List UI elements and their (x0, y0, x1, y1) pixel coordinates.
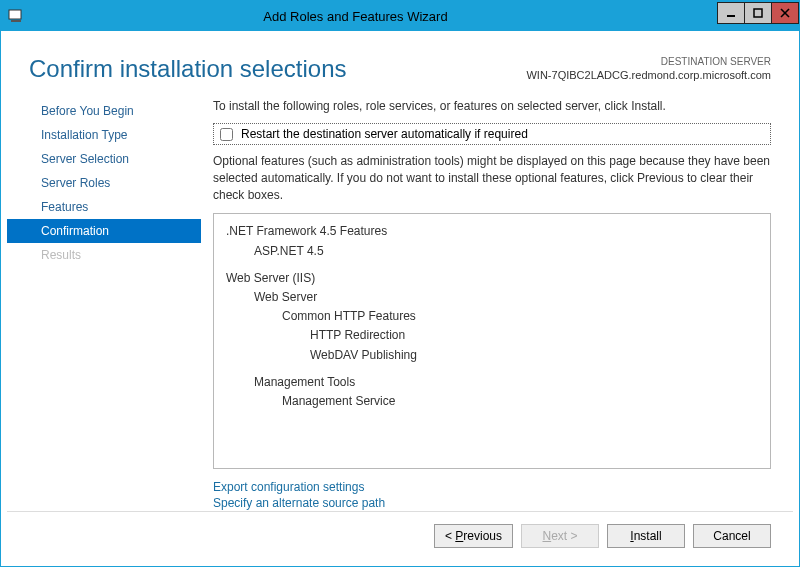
optional-text: Optional features (such as administratio… (213, 153, 771, 203)
nav-item-features[interactable]: Features (7, 195, 201, 219)
nav-item-server-roles[interactable]: Server Roles (7, 171, 201, 195)
features-list: .NET Framework 4.5 FeaturesASP.NET 4.5We… (213, 213, 771, 469)
feature-item: Management Tools (220, 373, 764, 392)
spacer (220, 365, 764, 373)
restart-checkbox[interactable] (220, 128, 233, 141)
nav-item-results: Results (7, 243, 201, 267)
links: Export configuration settings Specify an… (213, 469, 771, 511)
nav-item-before-you-begin[interactable]: Before You Begin (7, 99, 201, 123)
intro-text: To install the following roles, role ser… (213, 99, 771, 113)
alternate-source-link[interactable]: Specify an alternate source path (213, 495, 771, 511)
spacer (220, 261, 764, 269)
export-config-link[interactable]: Export configuration settings (213, 479, 771, 495)
wizard-nav: Before You BeginInstallation TypeServer … (7, 91, 201, 511)
destination-value: WIN-7QIBC2LADCG.redmond.corp.microsoft.c… (526, 68, 771, 82)
minimize-button[interactable] (717, 2, 745, 24)
body: Before You BeginInstallation TypeServer … (7, 91, 793, 511)
client-area: Confirm installation selections DESTINAT… (7, 37, 793, 560)
titlebar: Add Roles and Features Wizard (1, 1, 799, 31)
svg-rect-1 (11, 20, 21, 22)
window-title: Add Roles and Features Wizard (33, 9, 678, 24)
feature-item: .NET Framework 4.5 Features (220, 222, 764, 241)
next-button: Next > (521, 524, 599, 548)
window-controls (718, 2, 799, 24)
svg-rect-3 (754, 9, 762, 17)
nav-item-server-selection[interactable]: Server Selection (7, 147, 201, 171)
main-panel: To install the following roles, role ser… (201, 91, 793, 511)
nav-item-installation-type[interactable]: Installation Type (7, 123, 201, 147)
app-icon (7, 7, 25, 25)
previous-button[interactable]: < Previous (434, 524, 513, 548)
destination-label: DESTINATION SERVER (526, 55, 771, 68)
install-button[interactable]: Install (607, 524, 685, 548)
restart-checkbox-row[interactable]: Restart the destination server automatic… (213, 123, 771, 145)
footer: < Previous Next > Install Cancel (7, 511, 793, 560)
feature-item: Management Service (220, 392, 764, 411)
feature-item: Web Server (IIS) (220, 269, 764, 288)
cancel-button[interactable]: Cancel (693, 524, 771, 548)
feature-item: ASP.NET 4.5 (220, 242, 764, 261)
destination-server: DESTINATION SERVER WIN-7QIBC2LADCG.redmo… (526, 55, 771, 82)
page-title: Confirm installation selections (29, 55, 346, 83)
feature-item: Web Server (220, 288, 764, 307)
maximize-button[interactable] (744, 2, 772, 24)
svg-rect-0 (9, 10, 21, 19)
feature-item: HTTP Redirection (220, 326, 764, 345)
wizard-window: Add Roles and Features Wizard Confirm in… (0, 0, 800, 567)
close-button[interactable] (771, 2, 799, 24)
restart-label: Restart the destination server automatic… (241, 127, 528, 141)
nav-item-confirmation[interactable]: Confirmation (7, 219, 201, 243)
page-header: Confirm installation selections DESTINAT… (7, 37, 793, 91)
feature-item: Common HTTP Features (220, 307, 764, 326)
feature-item: WebDAV Publishing (220, 346, 764, 365)
